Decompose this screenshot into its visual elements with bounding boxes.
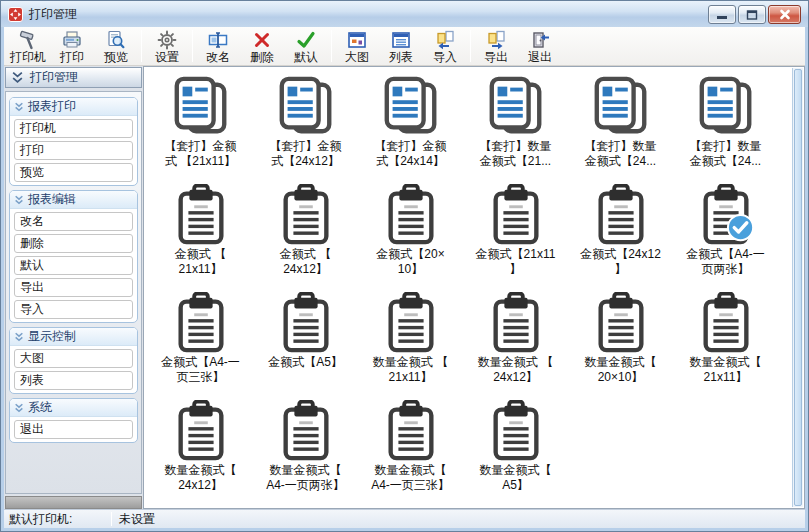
copy-pages-icon — [380, 76, 442, 138]
clipboard-icon — [275, 400, 337, 462]
grid-item[interactable]: 金额式【21x11 】 — [463, 179, 568, 287]
toolbar-button-large-icons[interactable]: 大图 — [335, 29, 379, 64]
rename-icon — [208, 30, 228, 50]
sidebar-item-export[interactable]: 导出 — [14, 278, 133, 297]
sidebar-section-title: 显示控制 — [28, 328, 76, 345]
sidebar-bottom-splitter[interactable] — [5, 496, 142, 509]
toolbar-button-import[interactable]: 导入 — [423, 29, 467, 64]
grid-item[interactable]: 数量金额式 【 24x12】 — [463, 287, 568, 395]
status-value: 未设置 — [112, 511, 155, 528]
vertical-scrollbar[interactable] — [792, 68, 803, 507]
sidebar-section-report-edit: 报表编辑改名删除默认导出导入 — [9, 190, 138, 323]
toolbar: 打印机打印预览设置改名删除默认大图列表导入导出退出 — [4, 27, 805, 66]
sidebar-section-title: 报表打印 — [28, 98, 76, 115]
green-check-icon — [296, 30, 316, 50]
copy-pages-icon — [695, 76, 757, 138]
toolbar-button-print[interactable]: 打印 — [50, 29, 94, 64]
toolbar-button-settings[interactable]: 设置 — [145, 29, 189, 64]
toolbar-button-rename[interactable]: 改名 — [196, 29, 240, 64]
sidebar-item-preview[interactable]: 预览 — [14, 163, 133, 182]
scrollbar-thumb[interactable] — [794, 69, 802, 506]
clipboard-icon — [485, 400, 547, 462]
sidebar-item-list-view[interactable]: 列表 — [14, 371, 133, 390]
grid-item[interactable]: 【套打】金额 式【24x12】 — [253, 71, 358, 179]
grid-item[interactable]: 数量金额式【 24x12】 — [148, 395, 253, 503]
grid-item[interactable]: 数量金额式【 A4-一页两张】 — [253, 395, 358, 503]
toolbar-button-exit[interactable]: 退出 — [518, 29, 562, 64]
printer-icon — [62, 30, 82, 50]
toolbar-button-label: 设置 — [155, 50, 179, 64]
clipboard-icon — [170, 292, 232, 354]
preview-icon — [106, 30, 126, 50]
grid-item[interactable]: 【套打】数量 金额式【24... — [568, 71, 673, 179]
app-window: 打印管理 打印机打印预览设置改名删除默认大图列表导入导出退出 打印管理 报表打印… — [0, 0, 809, 532]
toolbar-separator — [470, 30, 471, 62]
toolbar-separator — [141, 30, 142, 62]
double-chevron-icon — [14, 102, 24, 112]
sidebar-item-large-icons[interactable]: 大图 — [14, 349, 133, 368]
grid-item-label: 数量金额式【 21x11】 — [690, 355, 762, 385]
grid-item[interactable]: 数量金额式【 21x11】 — [673, 287, 778, 395]
sidebar-item-print[interactable]: 打印 — [14, 141, 133, 160]
double-chevron-icon — [14, 195, 24, 205]
grid-item-label: 数量金额式【 A5】 — [480, 463, 552, 493]
grid-item[interactable]: 金额式【20× 10】 — [358, 179, 463, 287]
copy-pages-icon — [275, 76, 337, 138]
grid-item[interactable]: 【套打】金额 式 【21x11】 — [148, 71, 253, 179]
sidebar-item-default[interactable]: 默认 — [14, 256, 133, 275]
grid-item[interactable]: 数量金额式【 20×10】 — [568, 287, 673, 395]
grid-item[interactable]: 数量金额式【 A4-一页三张】 — [358, 395, 463, 503]
close-button[interactable] — [768, 5, 801, 24]
grid-item[interactable]: 【套打】数量 金额式【21... — [463, 71, 568, 179]
grid-item[interactable]: 数量金额式【 A5】 — [463, 395, 568, 503]
double-chevron-icon — [11, 71, 24, 84]
toolbar-button-label: 大图 — [345, 50, 369, 64]
minimize-button[interactable] — [708, 5, 736, 24]
sidebar-item-exit[interactable]: 退出 — [14, 420, 133, 439]
toolbar-button-label: 删除 — [250, 50, 274, 64]
toolbar-button-list-view[interactable]: 列表 — [379, 29, 423, 64]
minimize-icon — [714, 9, 730, 21]
grid-item-label: 金额式 【 21x11】 — [175, 247, 226, 277]
sidebar-section-header-system[interactable]: 系统 — [10, 399, 137, 417]
sidebar-item-delete[interactable]: 删除 — [14, 234, 133, 253]
clipboard-icon — [380, 184, 442, 246]
grid-item-label: 【套打】金额 式【24x12】 — [270, 139, 342, 169]
toolbar-button-label: 退出 — [528, 50, 552, 64]
grid-item[interactable]: 【套打】金额 式【24x14】 — [358, 71, 463, 179]
maximize-button[interactable] — [738, 5, 766, 24]
sidebar-item-import[interactable]: 导入 — [14, 300, 133, 319]
sidebar-section-header-display-control[interactable]: 显示控制 — [10, 328, 137, 346]
title-bar[interactable]: 打印管理 — [1, 1, 808, 27]
sidebar-section-title: 系统 — [28, 399, 52, 416]
grid-item-label: 金额式 【 24x12】 — [280, 247, 331, 277]
toolbar-button-label: 改名 — [206, 50, 230, 64]
grid-item[interactable]: 【套打】数量 金额式【24... — [673, 71, 778, 179]
sidebar-header[interactable]: 打印管理 — [5, 67, 142, 88]
grid-item[interactable]: 金额式【A5】 — [253, 287, 358, 395]
grid-item[interactable]: 数量金额式 【 21x11】 — [358, 287, 463, 395]
grid-item-label: 数量金额式【 A4-一页两张】 — [266, 463, 345, 493]
clipboard-icon — [485, 184, 547, 246]
grid-item[interactable]: 金额式【24x12 】 — [568, 179, 673, 287]
sidebar-section-header-report-print[interactable]: 报表打印 — [10, 98, 137, 116]
clipboard-icon — [695, 292, 757, 354]
grid-item-label: 金额式【21x11 】 — [476, 247, 556, 277]
grid-item[interactable]: 金额式 【 21x11】 — [148, 179, 253, 287]
sidebar-item-rename[interactable]: 改名 — [14, 212, 133, 231]
toolbar-button-export[interactable]: 导出 — [474, 29, 518, 64]
grid-item-label: 数量金额式【 24x12】 — [165, 463, 237, 493]
clipboard-icon — [380, 400, 442, 462]
grid-item-label: 金额式【20× 10】 — [376, 247, 444, 277]
toolbar-button-preview[interactable]: 预览 — [94, 29, 138, 64]
sidebar-item-printer[interactable]: 打印机 — [14, 119, 133, 138]
grid-item[interactable]: 金额式【A4-一 页三张】 — [148, 287, 253, 395]
toolbar-button-printer[interactable]: 打印机 — [6, 29, 50, 64]
toolbar-button-default[interactable]: 默认 — [284, 29, 328, 64]
copy-pages-icon — [485, 76, 547, 138]
grid-item-label: 【套打】数量 金额式【21... — [480, 139, 552, 169]
grid-item[interactable]: 金额式 【 24x12】 — [253, 179, 358, 287]
toolbar-button-delete[interactable]: 删除 — [240, 29, 284, 64]
grid-item[interactable]: 金额式【A4-一 页两张】 — [673, 179, 778, 287]
sidebar-section-header-report-edit[interactable]: 报表编辑 — [10, 191, 137, 209]
